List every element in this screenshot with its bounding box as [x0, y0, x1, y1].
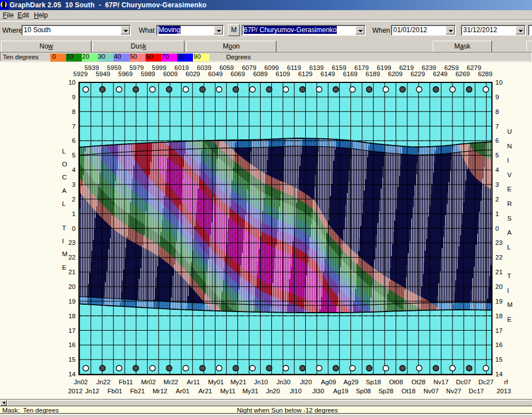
svg-text:S: S: [507, 215, 512, 222]
svg-text:15: 15: [68, 356, 76, 363]
svg-text:Jn20: Jn20: [266, 388, 280, 394]
svg-text:5: 5: [495, 152, 499, 159]
svg-text:16: 16: [68, 341, 76, 348]
svg-text:L: L: [62, 200, 66, 207]
svg-text:6: 6: [72, 137, 76, 144]
svg-text:6179: 6179: [354, 64, 369, 71]
svg-text:Sp18: Sp18: [366, 379, 381, 385]
svg-text:Dc07: Dc07: [456, 379, 471, 385]
svg-text:R: R: [507, 200, 512, 207]
svg-text:16: 16: [495, 341, 503, 348]
svg-text:2: 2: [72, 196, 76, 203]
svg-text:6119: 6119: [287, 64, 301, 71]
svg-text:Mr12: Mr12: [152, 388, 167, 394]
svg-text:Mr22: Mr22: [164, 379, 178, 385]
svg-text:L: L: [62, 148, 66, 155]
svg-text:My21: My21: [231, 379, 247, 385]
svg-text:Ag29: Ag29: [344, 379, 359, 385]
svg-text:Nv17: Nv17: [433, 379, 449, 385]
svg-text:6: 6: [495, 137, 499, 144]
svg-text:4: 4: [495, 166, 499, 173]
svg-text:My01: My01: [208, 379, 224, 385]
svg-text:6049: 6049: [208, 71, 223, 77]
svg-text:0: 0: [495, 225, 499, 232]
svg-text:A: A: [62, 187, 67, 194]
svg-text:22: 22: [495, 254, 503, 261]
svg-text:Mr02: Mr02: [141, 379, 156, 385]
svg-text:3: 3: [72, 181, 76, 188]
svg-text:5959: 5959: [107, 64, 122, 71]
svg-text:I: I: [507, 287, 509, 294]
svg-text:23: 23: [68, 239, 76, 246]
svg-text:A: A: [507, 229, 512, 236]
svg-text:6199: 6199: [377, 64, 392, 71]
svg-text:9: 9: [495, 94, 499, 100]
svg-text:N: N: [507, 143, 512, 150]
svg-text:10: 10: [68, 79, 76, 86]
svg-text:My11: My11: [220, 388, 235, 394]
svg-text:Jn12: Jn12: [85, 388, 99, 394]
svg-text:22: 22: [68, 254, 76, 261]
svg-text:Dc17: Dc17: [469, 388, 484, 394]
svg-text:M: M: [62, 251, 68, 257]
svg-text:1: 1: [495, 210, 499, 217]
svg-text:20: 20: [495, 283, 503, 290]
svg-text:7: 7: [72, 123, 76, 130]
svg-text:6089: 6089: [253, 71, 268, 77]
svg-text:Sp08: Sp08: [356, 388, 371, 394]
svg-text:6099: 6099: [265, 64, 279, 71]
svg-text:6239: 6239: [422, 64, 437, 71]
svg-text:6149: 6149: [320, 71, 335, 77]
svg-text:18: 18: [495, 313, 503, 319]
svg-text:6219: 6219: [399, 64, 414, 71]
svg-text:Ar21: Ar21: [199, 388, 212, 394]
svg-text:5979: 5979: [129, 64, 144, 71]
svg-text:0: 0: [72, 225, 76, 232]
svg-text:Fb01: Fb01: [107, 388, 122, 394]
svg-text:5989: 5989: [140, 71, 155, 77]
svg-text:Ot28: Ot28: [411, 379, 425, 385]
svg-text:C: C: [62, 174, 67, 181]
svg-text:I: I: [507, 157, 509, 164]
svg-text:23: 23: [495, 239, 503, 246]
svg-text:Ar01: Ar01: [176, 388, 190, 394]
svg-text:V: V: [507, 172, 512, 178]
svg-text:My31: My31: [243, 388, 258, 394]
svg-text:Jn02: Jn02: [74, 379, 88, 385]
svg-text:20: 20: [68, 283, 76, 290]
svg-text:8: 8: [72, 108, 76, 115]
svg-text:6029: 6029: [186, 71, 200, 77]
svg-text:5949: 5949: [96, 71, 111, 77]
svg-text:U: U: [507, 128, 512, 135]
svg-text:Ag09: Ag09: [321, 379, 336, 385]
svg-text:E: E: [62, 264, 67, 271]
svg-text:5999: 5999: [152, 64, 166, 71]
svg-text:Ot08: Ot08: [389, 379, 403, 385]
svg-text:17: 17: [68, 327, 76, 334]
svg-text:Jn10: Jn10: [254, 379, 268, 385]
svg-text:15: 15: [495, 356, 503, 363]
svg-text:6129: 6129: [298, 71, 313, 77]
svg-text:6209: 6209: [388, 71, 403, 77]
svg-text:6079: 6079: [242, 64, 257, 71]
svg-text:T: T: [62, 225, 66, 231]
svg-text:5969: 5969: [118, 71, 133, 77]
svg-text:5929: 5929: [73, 71, 88, 77]
svg-text:E: E: [507, 316, 512, 323]
svg-text:Sp28: Sp28: [379, 388, 394, 394]
svg-text:6229: 6229: [411, 71, 425, 77]
svg-text:Jn22: Jn22: [96, 379, 111, 385]
svg-text:Jl30: Jl30: [312, 388, 324, 394]
svg-text:Jl10: Jl10: [289, 388, 301, 394]
svg-text:6279: 6279: [467, 64, 481, 71]
svg-text:1: 1: [72, 210, 76, 217]
svg-text:10: 10: [495, 79, 503, 86]
svg-text:21: 21: [495, 269, 503, 275]
svg-text:4: 4: [72, 166, 76, 173]
svg-text:M: M: [507, 301, 513, 308]
svg-text:6139: 6139: [309, 64, 324, 71]
svg-text:I: I: [62, 238, 64, 244]
svg-text:6259: 6259: [445, 64, 459, 71]
svg-text:O: O: [62, 161, 67, 168]
svg-text:6059: 6059: [219, 64, 234, 71]
